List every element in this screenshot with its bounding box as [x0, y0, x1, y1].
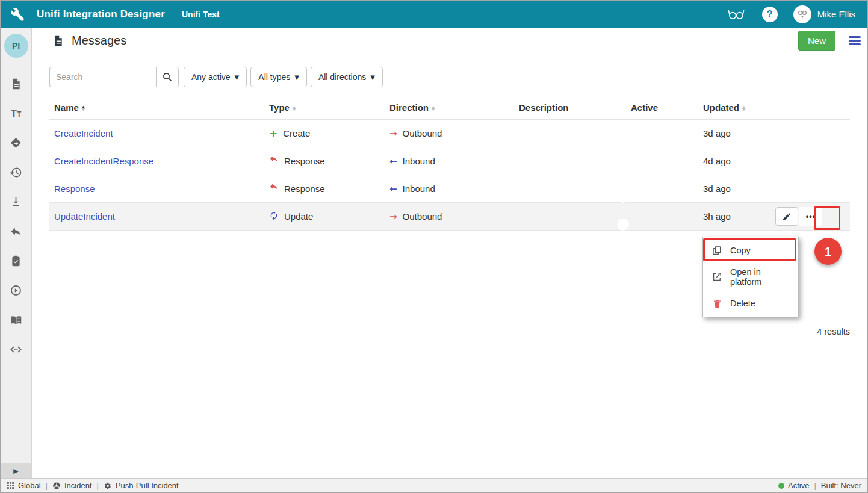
- status-bar: Global | Incident | Push-Pull Incident A…: [1, 478, 867, 492]
- preview-glasses-icon[interactable]: [727, 8, 745, 20]
- plus-icon: +: [269, 128, 277, 140]
- step-badge: 1: [814, 238, 842, 265]
- reply-icon: [269, 155, 279, 167]
- reply-icon: [269, 183, 279, 194]
- menu-item-open-in-platform[interactable]: Open in platform: [703, 264, 798, 290]
- column-active: Active: [626, 102, 698, 113]
- text-fields-icon[interactable]: TT: [10, 107, 23, 120]
- table-row: Response Response ←Inbound 3d ago: [49, 175, 850, 203]
- results-count: 4 results: [817, 327, 850, 336]
- updated-cell: 3d ago: [698, 128, 770, 138]
- wrench-icon: [10, 7, 26, 22]
- sort-icon: ▲▼: [82, 106, 85, 111]
- history-icon[interactable]: [10, 166, 23, 179]
- menu-icon[interactable]: [849, 36, 861, 45]
- run-icon[interactable]: [10, 284, 23, 297]
- column-direction[interactable]: Direction▲▼: [385, 102, 514, 113]
- messages-icon: [52, 34, 64, 47]
- search-input[interactable]: [49, 67, 156, 87]
- message-link[interactable]: Response: [49, 184, 264, 194]
- message-link[interactable]: CreateIncidentResponse: [49, 156, 264, 166]
- direction-label: Inbound: [403, 156, 435, 166]
- menu-label: Delete: [730, 299, 755, 308]
- document-icon[interactable]: [10, 77, 23, 90]
- active-filter-dropdown[interactable]: Any active▼: [184, 67, 247, 87]
- user-avatar[interactable]: [793, 5, 811, 23]
- arrow-right-icon: →: [389, 128, 397, 139]
- message-link[interactable]: CreateIncident: [49, 128, 264, 138]
- table-row: CreateIncidentResponse Response ←Inbound…: [49, 147, 850, 175]
- copy-icon: [711, 245, 722, 256]
- tasks-icon[interactable]: [10, 254, 23, 267]
- process-indicator[interactable]: Push-Pull Incident: [104, 481, 179, 490]
- built-status: Built: Never: [821, 481, 861, 490]
- more-actions-button[interactable]: •••: [799, 207, 822, 226]
- menu-item-copy[interactable]: Copy: [703, 237, 798, 264]
- arrow-right-icon: →: [389, 211, 397, 222]
- chevron-down-icon: ▼: [235, 74, 240, 81]
- column-description: Description: [514, 102, 626, 113]
- menu-item-delete[interactable]: Delete: [703, 290, 798, 317]
- integration-avatar[interactable]: PI: [4, 34, 28, 58]
- scope-indicator[interactable]: Global: [7, 481, 41, 490]
- external-link-icon: [711, 271, 722, 282]
- edit-button[interactable]: [775, 207, 798, 226]
- sort-icon: ▲▼: [293, 106, 296, 111]
- sidebar-collapse-button[interactable]: ▶: [1, 463, 31, 479]
- new-button[interactable]: New: [798, 31, 835, 51]
- direction-filter-dropdown[interactable]: All directions▼: [311, 67, 383, 87]
- integration-icon: [52, 482, 61, 490]
- search-button[interactable]: [156, 67, 179, 87]
- sort-icon: ▲▼: [432, 106, 435, 111]
- page-title: Messages: [72, 34, 126, 48]
- column-name[interactable]: Name▲▼: [49, 102, 264, 113]
- documentation-icon[interactable]: [10, 313, 23, 326]
- sidebar: PI TT: [1, 28, 32, 479]
- grid-icon: [7, 482, 14, 489]
- workspace-name[interactable]: Unifi Test: [182, 10, 220, 19]
- updated-cell: 3d ago: [698, 184, 770, 194]
- integration-indicator[interactable]: Incident: [52, 481, 92, 490]
- type-label: Update: [284, 211, 313, 222]
- sort-icon: ▲▼: [742, 106, 745, 111]
- table-row: CreateIncident +Create →Outbound 3d ago: [49, 120, 850, 147]
- type-filter-dropdown[interactable]: All types▼: [250, 67, 307, 87]
- top-bar: Unifi Integration Designer Unifi Test ? …: [1, 1, 867, 28]
- message-link[interactable]: UpdateIncident: [49, 211, 264, 222]
- context-menu: Copy Open in platform Delete: [702, 237, 799, 317]
- direction-label: Inbound: [403, 184, 435, 194]
- arrow-left-icon: ←: [389, 156, 397, 167]
- type-label: Create: [283, 128, 310, 138]
- filter-toolbar: Any active▼ All types▼ All directions▼: [49, 67, 868, 87]
- type-label: Response: [284, 156, 325, 166]
- page-header: Messages New: [32, 28, 868, 54]
- direction-label: Outbound: [403, 211, 442, 222]
- status-dot-icon: [778, 483, 784, 489]
- direction-label: Outbound: [403, 128, 442, 138]
- code-icon[interactable]: [10, 343, 23, 356]
- table-header: Name▲▼ Type▲▼ Direction▲▼ Description Ac…: [49, 96, 850, 120]
- response-icon[interactable]: [10, 225, 23, 238]
- app-title: Unifi Integration Designer: [37, 8, 165, 20]
- active-status: Active: [778, 481, 809, 490]
- table-row-selected: UpdateIncident Update →Outbound 3h ago •…: [49, 203, 850, 231]
- type-label: Response: [284, 184, 325, 194]
- column-updated[interactable]: Updated▲▼: [698, 102, 770, 113]
- updated-cell: 4d ago: [698, 156, 770, 166]
- arrow-left-icon: ←: [389, 184, 397, 194]
- trash-icon: [711, 299, 722, 309]
- updated-cell: 3h ago: [698, 211, 770, 222]
- app-window: Unifi Integration Designer Unifi Test ? …: [0, 0, 868, 493]
- menu-label: Open in platform: [730, 267, 790, 287]
- column-type[interactable]: Type▲▼: [264, 102, 385, 113]
- deploy-icon[interactable]: [10, 136, 23, 149]
- menu-label: Copy: [730, 246, 751, 255]
- scroll-divider: [860, 55, 860, 476]
- help-icon[interactable]: ?: [762, 7, 778, 22]
- chevron-down-icon: ▼: [370, 74, 375, 81]
- messages-table: Name▲▼ Type▲▼ Direction▲▼ Description Ac…: [49, 96, 850, 231]
- refresh-icon: [269, 211, 279, 222]
- download-icon[interactable]: [10, 195, 23, 208]
- user-name[interactable]: Mike Ellis: [817, 9, 855, 19]
- gear-icon: [104, 482, 112, 490]
